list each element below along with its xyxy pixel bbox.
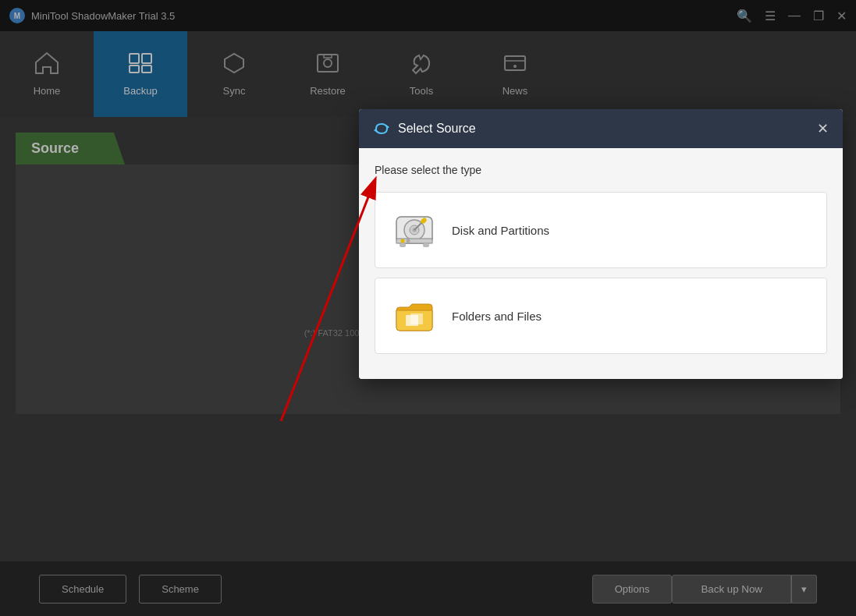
modal-sync-icon [373, 120, 390, 137]
svg-marker-19 [386, 125, 389, 129]
modal-close-button[interactable]: ✕ [817, 122, 829, 136]
svg-line-35 [281, 191, 371, 421]
option-disk-partitions[interactable]: Disk and Partitions [375, 192, 827, 268]
option-disk-partitions-label: Disk and Partitions [452, 224, 549, 237]
svg-rect-30 [400, 243, 406, 247]
svg-point-29 [407, 239, 410, 243]
disk-partitions-icon [391, 207, 438, 253]
svg-rect-31 [423, 243, 429, 247]
modal-title: Select Source [398, 122, 476, 136]
modal-header-left: Select Source [373, 120, 476, 137]
modal-subtitle: Please select the type [375, 164, 827, 176]
svg-rect-33 [410, 313, 423, 324]
svg-point-28 [401, 239, 405, 243]
modal-body: Please select the type [359, 148, 843, 379]
select-source-modal: Select Source ✕ Please select the type [359, 109, 843, 379]
modal-overlay[interactable]: Select Source ✕ Please select the type [0, 0, 856, 616]
close-icon: ✕ [817, 121, 829, 136]
svg-marker-20 [374, 128, 377, 133]
modal-header: Select Source ✕ [359, 109, 843, 148]
option-folders-files[interactable]: Folders and Files [375, 278, 827, 354]
folders-files-icon [391, 292, 438, 339]
option-folders-files-label: Folders and Files [452, 310, 542, 323]
